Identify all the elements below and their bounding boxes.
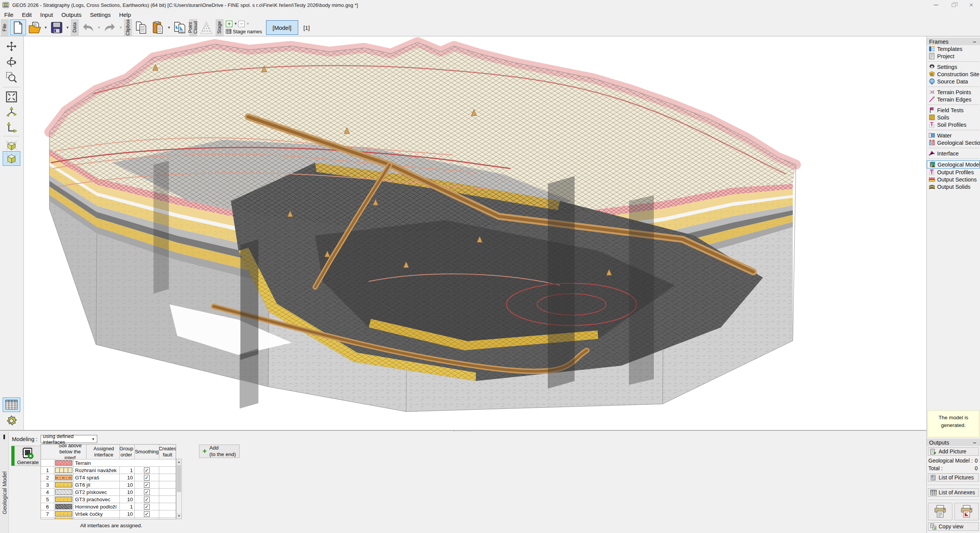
scroll-down-arrow[interactable]: ▼ <box>176 513 181 519</box>
menu-input[interactable]: Input <box>36 11 57 19</box>
smoothing-checkbox[interactable]: ✓ <box>144 468 150 473</box>
add-picture-button[interactable]: Add Picture <box>928 447 979 456</box>
paste-button[interactable] <box>150 20 166 35</box>
soil-swatch <box>55 504 72 509</box>
settings-gear-button[interactable] <box>3 414 20 428</box>
copy-view-button[interactable]: Copy view <box>928 522 979 531</box>
modeling-select[interactable]: using defined interfaces ▼ <box>41 435 97 443</box>
sidebar-item-soil-profiles[interactable]: Soil Profiles <box>927 121 980 128</box>
table-row-4[interactable]: 4 GT2 pískovec 10 ✓ <box>41 488 176 495</box>
undo-button[interactable] <box>80 20 96 35</box>
menu-settings[interactable]: Settings <box>86 11 115 19</box>
table-row-terrain[interactable]: Terrain <box>41 459 176 466</box>
sidebar-item-settings[interactable]: Settings <box>927 63 980 70</box>
table-row-6[interactable]: 6 Horninové podloží 1 ✓ <box>41 503 176 510</box>
sidebar-item-project[interactable]: Project <box>927 52 980 60</box>
smoothing-checkbox[interactable]: ✓ <box>144 482 150 488</box>
menu-edit[interactable]: Edit <box>18 11 36 19</box>
table-row-7[interactable]: 7 Vršek čočky 10 ✓ <box>41 510 176 517</box>
table-row-1[interactable]: 1 Rozhraní navážek 1 ✓ <box>41 466 176 474</box>
zoom-window-button[interactable] <box>3 70 20 85</box>
redo-button[interactable] <box>102 20 118 35</box>
stage-names-button[interactable]: Stage names <box>233 29 262 34</box>
menu-outputs[interactable]: Outputs <box>57 11 86 19</box>
table-row-5[interactable]: 5 GT3 prachovec 10 ✓ <box>41 495 176 503</box>
smoothing-checkbox[interactable]: ✓ <box>144 497 150 502</box>
remove-stage-dropdown-arrow[interactable]: ▼ <box>245 22 250 26</box>
sidebar-item-interface[interactable]: Interface <box>927 150 980 157</box>
sidebar-item-source-data[interactable]: Source Data <box>927 78 980 85</box>
zoom-fit-button[interactable] <box>3 90 20 104</box>
view-3d-axes-button[interactable] <box>3 105 20 119</box>
sidebar-item-output-solids[interactable]: Output Solids <box>927 183 980 190</box>
close-button[interactable]: × <box>962 0 980 10</box>
axonometric-view-button[interactable] <box>3 151 20 166</box>
paste-dropdown-arrow[interactable]: ▼ <box>167 19 172 36</box>
add-to-end-button[interactable]: + Add(to the end) <box>199 445 240 458</box>
redo-dropdown-arrow[interactable]: ▼ <box>118 19 123 36</box>
save-button[interactable] <box>49 20 65 35</box>
outputs-collapse-button[interactable]: – <box>972 439 978 446</box>
open-dropdown-arrow[interactable]: ▼ <box>43 19 48 36</box>
frames-collapse-button[interactable]: – <box>972 38 978 45</box>
sidebar-item-terrain-edges[interactable]: Terrain Edges <box>927 96 980 103</box>
stage-tab-1[interactable]: [1] <box>298 19 315 36</box>
table-scrollbar[interactable]: ▲ ▼ <box>176 459 182 519</box>
sidebar-item-construction-site[interactable]: Construction Site <box>927 70 980 78</box>
sidebar-item-geological-sections[interactable]: Geological Sections <box>927 139 980 146</box>
sidebar-item-output-sections[interactable]: Output Sections <box>927 176 980 183</box>
undo-dropdown-arrow[interactable]: ▼ <box>96 19 101 36</box>
open-file-button[interactable] <box>27 20 43 35</box>
sidebar-item-geological-model[interactable]: Geological Model <box>927 160 980 168</box>
smoothing-checkbox[interactable]: ✓ <box>144 475 150 481</box>
list-of-annexes-button[interactable]: List of Annexes <box>928 488 979 497</box>
scroll-up-arrow[interactable]: ▲ <box>176 459 181 465</box>
count-value: 0 <box>975 465 978 471</box>
view-2d-axes-button[interactable] <box>3 120 20 135</box>
point-cloud-button[interactable] <box>198 20 214 35</box>
water-icon <box>929 132 935 139</box>
print-annex-button[interactable] <box>954 503 979 520</box>
printer-icon <box>933 505 947 518</box>
print-document-button[interactable] <box>928 503 952 520</box>
save-dropdown-arrow[interactable]: ▼ <box>65 19 70 36</box>
rotate-icon <box>6 56 17 68</box>
smoothing-checkbox[interactable]: ✓ <box>144 489 150 495</box>
copy-picture-button[interactable] <box>172 20 188 35</box>
sidebar-item-templates[interactable]: Templates <box>927 45 980 52</box>
frame-collapse-handle[interactable] <box>3 435 5 439</box>
restore-button[interactable] <box>945 0 962 10</box>
item-label: Interface <box>937 150 959 157</box>
add-stage-button[interactable]: + <box>226 21 232 27</box>
sidebar-item-output-profiles[interactable]: Output Profiles <box>927 168 980 176</box>
rotate-button[interactable] <box>3 55 20 69</box>
item-label: Construction Site <box>937 71 979 77</box>
3d-model-viewport[interactable] <box>24 36 926 430</box>
sidebar-item-soils[interactable]: Soils <box>927 114 980 121</box>
sidebar-item-terrain-points[interactable]: Terrain Points <box>927 88 980 96</box>
menu-help[interactable]: Help <box>115 11 135 19</box>
minimize-button[interactable] <box>927 0 945 10</box>
new-file-button[interactable] <box>10 20 26 35</box>
model-stage-button[interactable]: [Model] <box>266 20 298 35</box>
pan-button[interactable] <box>3 39 20 54</box>
plus-icon: + <box>203 447 207 456</box>
item-label: Templates <box>937 46 962 52</box>
list-of-pictures-button[interactable]: List of Pictures <box>928 473 979 482</box>
remove-stage-button[interactable]: − <box>238 21 245 27</box>
sidebar-item-water[interactable]: Water <box>927 132 980 139</box>
menu-file[interactable]: File <box>0 11 18 19</box>
table-view-button[interactable] <box>3 397 20 412</box>
add-stage-dropdown-arrow[interactable]: ▼ <box>233 22 238 26</box>
sidebar-item-field-tests[interactable]: Field Tests <box>927 106 980 114</box>
table-row-2[interactable]: 2 GT4 spraš 10 ✓ <box>41 474 176 481</box>
smoothing-checkbox[interactable]: ✓ <box>144 511 150 517</box>
generate-button[interactable]: Generate <box>11 446 45 466</box>
soil-swatch <box>55 497 72 502</box>
copy-button[interactable] <box>133 20 149 35</box>
main-toolbar: File ▼ ▼ Data ▼ ▼ Clipbo <box>0 19 980 36</box>
scrollbar-thumb[interactable] <box>177 465 181 492</box>
table-row-3[interactable]: 3 GT6 jíl 10 ✓ <box>41 481 176 488</box>
smoothing-checkbox[interactable]: ✓ <box>144 504 150 510</box>
perspective-view-button[interactable] <box>3 138 20 153</box>
